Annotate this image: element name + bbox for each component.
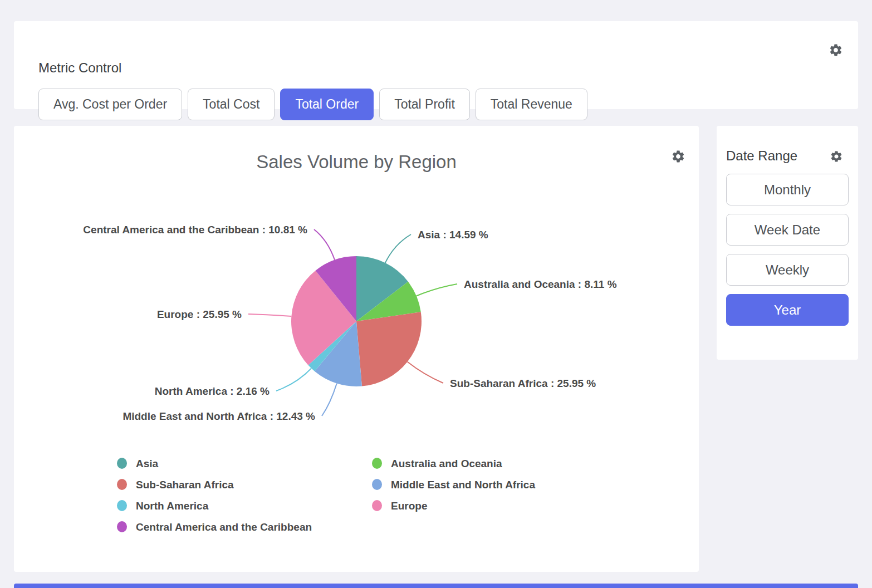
legend-item-sub-saharan-africa[interactable]: Sub-Saharan Africa [136,479,234,491]
pie-label-line [314,229,335,260]
pie-label-australia-and-oceania: Australia and Oceania : 8.11 % [464,278,617,290]
pie-label-north-america: North America : 2.16 % [155,385,270,397]
metric-control-panel: Metric Control Avg. Cost per Order Total… [14,21,858,109]
date-range-buttons-group: Monthly Week Date Weekly Year [726,174,849,326]
legend-item-north-america[interactable]: North America [136,500,209,512]
metric-button-avg-cost-per-order[interactable]: Avg. Cost per Order [38,89,182,120]
legend-marker-middle-east-and-north-africa [372,479,382,490]
pie-label-line [248,314,291,316]
pie-label-europe: Europe : 25.95 % [157,308,242,320]
date-range-title: Date Range [726,148,797,164]
pie-label-middle-east-and-north-africa: Middle East and North Africa : 12.43 % [123,410,315,422]
pie-label-asia: Asia : 14.59 % [418,229,488,241]
metric-control-title: Metric Control [38,60,121,76]
pie-label-line [385,234,411,263]
pie-label-central-america-and-the-caribbean: Central America and the Caribbean : 10.8… [83,224,307,236]
sales-volume-chart-panel: Sales Volume by Region Asia : 14.59 %Aus… [14,126,699,572]
pie-label-line [417,284,457,296]
pie-chart-svg: Asia : 14.59 %Australia and Oceania : 8.… [14,126,699,572]
pie-label-line [276,368,311,391]
pie-slice-sub-saharan-africa[interactable] [356,312,422,386]
legend-marker-sub-saharan-africa [117,479,127,490]
settings-gear-icon[interactable] [830,150,843,163]
pie-label-line [322,384,337,416]
pie-label-line [408,362,443,383]
date-range-panel: Date Range Monthly Week Date Weekly Year [717,126,858,360]
legend-item-europe[interactable]: Europe [391,500,427,512]
settings-gear-icon[interactable] [829,43,843,57]
legend-item-central-america-and-the-caribbean[interactable]: Central America and the Caribbean [136,521,312,533]
legend-marker-australia-and-oceania [372,458,382,469]
metric-button-total-cost[interactable]: Total Cost [188,89,275,120]
date-button-year[interactable]: Year [726,294,849,326]
date-button-monthly[interactable]: Monthly [726,174,849,205]
metric-button-total-revenue[interactable]: Total Revenue [476,89,587,120]
legend-item-australia-and-oceania[interactable]: Australia and Oceania [391,458,502,469]
date-button-week-date[interactable]: Week Date [726,214,849,246]
metric-button-total-profit[interactable]: Total Profit [379,89,470,120]
metric-buttons-group: Avg. Cost per Order Total Cost Total Ord… [38,89,587,120]
legend-item-asia[interactable]: Asia [136,458,159,469]
date-button-weekly[interactable]: Weekly [726,254,849,286]
legend-marker-europe [372,500,382,511]
metric-button-total-order[interactable]: Total Order [280,89,374,120]
legend-marker-asia [117,458,127,469]
legend-item-middle-east-and-north-africa[interactable]: Middle East and North Africa [391,479,535,491]
bottom-panel-peek [14,584,858,588]
pie-label-sub-saharan-africa: Sub-Saharan Africa : 25.95 % [450,378,596,389]
legend-marker-central-america-and-the-caribbean [117,521,127,532]
legend-marker-north-america [117,500,127,511]
